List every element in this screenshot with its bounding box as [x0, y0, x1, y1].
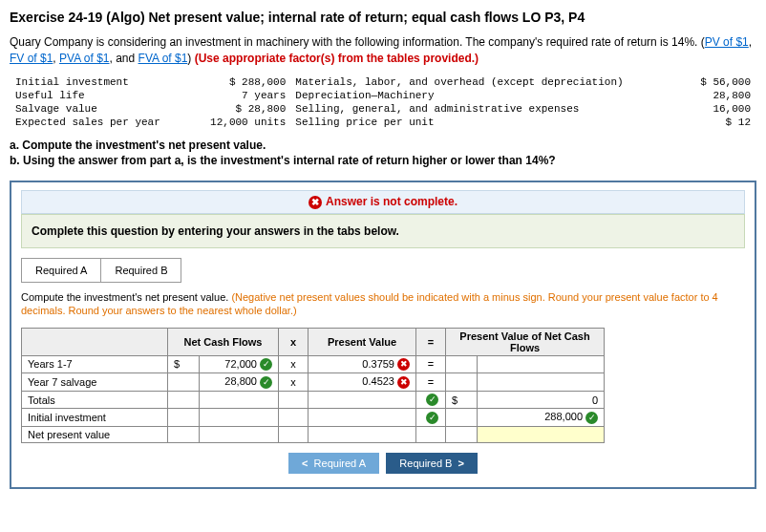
exercise-title: Exercise 24-19 (Algo) Net present value;… — [10, 10, 756, 25]
given-value: $ 12 — [687, 117, 755, 128]
cell-currency — [446, 373, 478, 392]
use-factors-note: (Use appropriate factor(s) from the tabl… — [195, 52, 479, 65]
link-fva-of-1[interactable]: FVA of $1 — [138, 52, 188, 65]
given-label: Initial investment — [11, 76, 190, 88]
th-blank — [22, 328, 168, 355]
given-label: Useful life — [11, 90, 190, 101]
cell-op[interactable]: x — [279, 373, 309, 392]
answer-panel: ✖Answer is not complete. Complete this q… — [10, 181, 756, 489]
question-b: b. Using the answer from part a, is the … — [10, 154, 556, 167]
chevron-left-icon: < — [302, 458, 308, 469]
given-data-table: Initial investment $ 288,000 Materials, … — [10, 74, 756, 130]
given-value: $ 56,000 — [687, 76, 755, 88]
given-label: Materials, labor, and overhead (except d… — [291, 76, 684, 88]
cell-pvn-input[interactable] — [478, 373, 605, 392]
not-complete-text: Answer is not complete. — [326, 195, 457, 208]
cell-pvn-input[interactable]: 288,000✓ — [478, 409, 605, 427]
chevron-right-icon: > — [458, 458, 464, 469]
cell-label: Totals — [22, 391, 168, 409]
cell-eq: = — [416, 355, 446, 373]
given-value: 28,800 — [687, 90, 755, 101]
row-initial-investment: Initial investment ✓ 288,000✓ — [22, 409, 605, 427]
th-net-cash-flows: Net Cash Flows — [168, 328, 279, 355]
cell-pv-input[interactable]: 0.4523✖ — [309, 373, 416, 392]
calc-table: Net Cash Flows x Present Value = Present… — [21, 328, 605, 443]
cell-pvn: 0 — [478, 391, 605, 409]
cell-currency: $ — [446, 391, 478, 409]
cell-eq: = — [416, 373, 446, 392]
sub-instructions: Compute the investment's net present val… — [21, 290, 745, 318]
x-icon: ✖ — [397, 376, 410, 389]
nav-buttons: < Required A Required B > — [21, 453, 745, 474]
intro-part2: ) — [187, 52, 194, 65]
row-years-1-7: Years 1-7 $ 72,000✓ x 0.3759✖ = — [22, 355, 605, 373]
cell-ncf-input[interactable]: 28,800✓ — [200, 373, 279, 392]
cell-label: Years 1-7 — [22, 355, 168, 373]
given-label: Expected sales per year — [11, 117, 190, 128]
cell-op[interactable]: x — [279, 355, 309, 373]
check-icon: ✓ — [426, 412, 438, 424]
link-fv-of-1[interactable]: FV of $1 — [10, 52, 53, 65]
check-icon: ✓ — [260, 358, 272, 371]
cell-currency — [168, 373, 200, 392]
given-label: Salvage value — [11, 103, 190, 115]
th-present-value: Present Value — [309, 328, 416, 355]
cell-npv-result[interactable] — [478, 426, 605, 442]
question-text: a. Compute the investment's net present … — [10, 138, 756, 170]
link-pv-of-1[interactable]: PV of $1 — [705, 35, 749, 49]
cell-label: Initial investment — [22, 409, 168, 427]
cell-currency — [446, 355, 478, 373]
given-label: Selling price per unit — [291, 117, 684, 128]
cell-pvn-input[interactable] — [478, 355, 605, 373]
sep1: , — [749, 35, 752, 49]
next-button[interactable]: Required B > — [386, 453, 478, 474]
intro-part1: Quary Company is considering an investme… — [10, 35, 705, 49]
sep-and: , and — [110, 52, 138, 65]
given-value: $ 28,800 — [192, 103, 289, 115]
x-icon: ✖ — [397, 358, 410, 371]
not-complete-banner: ✖Answer is not complete. — [21, 190, 745, 214]
instructions-box: Complete this question by entering your … — [21, 214, 745, 248]
given-label: Depreciation—Machinery — [291, 90, 684, 101]
check-icon: ✓ — [585, 412, 598, 424]
th-eq: = — [416, 328, 446, 355]
cell-status: ✓ — [416, 409, 446, 427]
check-icon: ✓ — [260, 376, 272, 389]
row-totals: Totals ✓ $ 0 — [22, 391, 605, 409]
cell-label: Net present value — [22, 426, 168, 442]
th-pv-net-cash-flows: Present Value of Net Cash Flows — [446, 328, 605, 355]
given-value: $ 288,000 — [192, 76, 289, 88]
prev-button[interactable]: < Required A — [288, 453, 379, 474]
check-icon: ✓ — [426, 394, 438, 406]
cell-label: Year 7 salvage — [22, 373, 168, 392]
subinstr-black: Compute the investment's net present val… — [21, 291, 231, 303]
link-pva-of-1[interactable]: PVA of $1 — [59, 52, 109, 65]
given-value: 7 years — [192, 90, 289, 101]
row-year-7-salvage: Year 7 salvage 28,800✓ x 0.4523✖ = — [22, 373, 605, 392]
tabs: Required ARequired B — [21, 258, 745, 283]
cell-ncf-input[interactable]: 72,000✓ — [200, 355, 279, 373]
tab-required-b[interactable]: Required B — [100, 258, 181, 283]
cell-status: ✓ — [416, 391, 446, 409]
th-x: x — [279, 328, 309, 355]
given-value: 16,000 — [687, 103, 755, 115]
given-value: 12,000 units — [192, 117, 289, 128]
intro-text: Quary Company is considering an investme… — [10, 34, 756, 67]
given-label: Selling, general, and administrative exp… — [291, 103, 684, 115]
tab-required-a[interactable]: Required A — [21, 258, 101, 283]
x-icon: ✖ — [309, 196, 322, 209]
question-a: a. Compute the investment's net present … — [10, 138, 266, 152]
row-net-present-value: Net present value — [22, 426, 605, 442]
cell-currency: $ — [168, 355, 200, 373]
cell-pv-input[interactable]: 0.3759✖ — [309, 355, 416, 373]
